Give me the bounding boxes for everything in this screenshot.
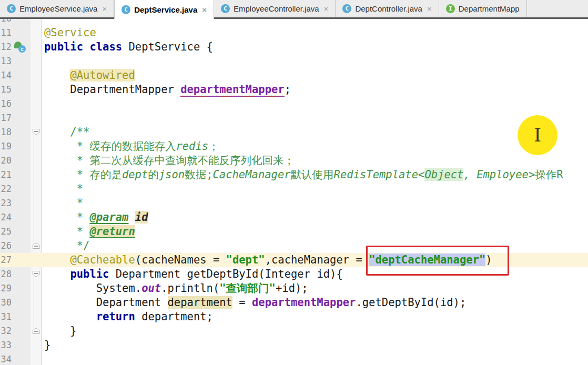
gutter-icon-slot [13,338,31,352]
code-text: @Service [42,26,588,40]
gutter-icon-slot [13,54,31,68]
line-number: 27 [0,253,13,267]
line-number: 29 [0,281,13,296]
gutter-icon-slot [13,267,31,281]
gutter-icon-slot [13,26,31,40]
gutter-fold-slot [31,281,42,296]
close-icon[interactable]: × [324,5,329,13]
code-text: System.out.println("查询部门"+id); [42,281,588,296]
line-number: 14 [0,68,13,83]
code-text: * 存的是dept的json数据;CacheManager默认使用RedisTe… [42,168,588,182]
line-number: 16 [0,97,13,111]
line-number: 21 [0,168,13,182]
interface-file-icon: I [446,4,455,13]
line-number: 25 [0,225,13,239]
gutter-fold-slot [31,168,42,182]
gutter-icon-slot [13,296,31,310]
gutter-fold-slot [31,125,42,139]
class-file-icon: C [121,5,130,14]
code-text: @Autowired [42,68,588,83]
gutter-icon-slot [13,125,31,139]
code-text: * 缓存的数据能存入redis； [42,139,588,154]
line-number: 11 [0,26,13,40]
tab-label: EmployeeController.java [234,4,319,13]
code-text: * @param id [42,210,588,225]
tab-employeeservice[interactable]: CEmployeeService.java× [0,0,114,17]
close-icon[interactable]: × [202,6,207,14]
tab-deptcontroller[interactable]: CDeptController.java× [336,0,439,17]
code-text [42,19,588,26]
close-icon[interactable]: × [102,5,107,13]
code-text: /** [42,125,588,139]
code-line-12: 12cpublic class DeptService { [0,40,588,54]
gutter-fold-slot [31,139,42,154]
fold-region-line [34,133,34,246]
code-lines: 1011@Service12cpublic class DeptService … [0,19,588,365]
line-number: 26 [0,239,13,253]
line-number: 30 [0,296,13,310]
code-text: * 第二次从缓存中查询就不能反序列化回来； [42,154,588,168]
gutter-fold-slot [31,310,42,324]
code-editor[interactable]: 1011@Service12cpublic class DeptService … [0,19,588,365]
line-number: 15 [0,83,13,97]
close-icon[interactable]: × [427,5,432,13]
gutter-icon-slot [13,239,31,253]
fold-region-line [34,275,34,331]
code-line-30: 30 Department department = departmentMap… [0,296,588,310]
tab-label: DeptService.java [134,5,197,14]
tab-employeecontroller[interactable]: CEmployeeController.java× [214,0,336,17]
gutter-icon-slot [13,83,31,97]
tab-departmentmapp[interactable]: IDepartmentMapp [439,0,527,17]
code-text: } [42,324,588,338]
code-line-14: 14 @Autowired [0,68,588,83]
code-line-31: 31 return department; [0,310,588,324]
code-line-25: 25 * @return [0,225,588,239]
tab-label: DeptController.java [355,4,422,13]
code-line-20: 20 * 第二次从缓存中查询就不能反序列化回来； [0,154,588,168]
code-line-17: 17 [0,111,588,125]
code-text: * [42,196,588,210]
code-line-22: 22 * [0,182,588,196]
line-number: 22 [0,182,13,196]
gutter-fold-slot [31,196,42,210]
gutter-fold-slot [31,225,42,239]
code-line-15: 15 DepartmentMapper departmentMapper; [0,83,588,97]
code-text: DepartmentMapper departmentMapper; [42,83,588,97]
code-line-16: 16 [0,97,588,111]
line-number: 28 [0,267,13,281]
gutter-fold-slot [31,182,42,196]
code-line-18: 18 /** [0,125,588,139]
gutter-icon-slot [13,154,31,168]
code-line-10: 10 [0,19,588,26]
line-number: 13 [0,54,13,68]
code-text [42,352,588,365]
code-text [42,54,588,68]
gutter-fold-slot [31,296,42,310]
code-line-21: 21 * 存的是dept的json数据;CacheManager默认使用Redi… [0,168,588,182]
code-text [42,97,588,111]
spring-bean-class-icon[interactable]: c [14,42,27,53]
code-line-13: 13 [0,54,588,68]
gutter-icon-slot [13,68,31,83]
tab-label: DepartmentMapp [459,4,520,13]
ibeam-cursor-icon: I [534,126,541,145]
code-text: public class DeptService { [42,40,588,54]
class-file-icon: C [221,4,230,13]
gutter-icon-slot [13,139,31,154]
class-file-icon: C [342,4,351,13]
tab-deptservice[interactable]: CDeptService.java× [114,0,214,19]
gutter-icon-slot [13,281,31,296]
red-annotation-box [366,246,509,276]
gutter-fold-slot [31,68,42,83]
editor-tab-bar: CEmployeeService.java×CDeptService.java×… [0,0,588,19]
code-text [42,111,588,125]
code-line-33: 33} [0,338,588,352]
tab-label: EmployeeService.java [19,4,97,13]
code-text: return department; [42,310,588,324]
gutter-icon-slot: c [13,40,31,54]
code-text: Department department = departmentMapper… [42,296,588,310]
code-text: * [42,182,588,196]
code-line-29: 29 System.out.println("查询部门"+id); [0,281,588,296]
line-number: 18 [0,125,13,139]
code-text: * @return [42,225,588,239]
